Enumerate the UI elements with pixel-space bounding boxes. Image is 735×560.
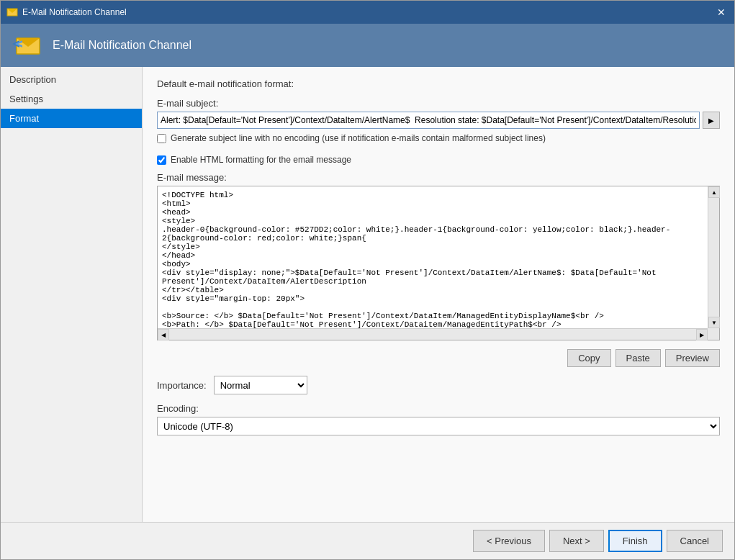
main-window: E-Mail Notification Channel ✕ E-Mail Not… (0, 0, 735, 560)
action-buttons-row: Copy Paste Preview (157, 349, 720, 367)
scroll-track[interactable] (708, 198, 719, 317)
copy-button[interactable]: Copy (567, 349, 610, 367)
close-button[interactable]: ✕ (714, 5, 729, 19)
html-format-label: Enable HTML formatting for the email mes… (171, 155, 351, 165)
finish-button[interactable]: Finish (608, 530, 662, 552)
html-format-checkbox[interactable] (157, 155, 166, 165)
message-area-wrapper: <!DOCTYPE html> <html> <head> <style> .h… (157, 186, 720, 340)
scroll-h-track[interactable] (169, 329, 696, 340)
dialog-header-title: E-Mail Notification Channel (53, 39, 191, 52)
encoding-section: Encoding: Unicode (UTF-8) ASCII UTF-16 (157, 403, 720, 435)
sidebar: Description Settings Format (1, 67, 143, 522)
importance-select[interactable]: Normal Low High (214, 376, 307, 394)
encoding-select[interactable]: Unicode (UTF-8) ASCII UTF-16 (157, 417, 720, 435)
subject-label: E-mail subject: (157, 98, 720, 109)
paste-button[interactable]: Paste (615, 349, 661, 367)
vertical-scrollbar[interactable]: ▲ ▼ (708, 186, 719, 328)
scroll-left-button[interactable]: ◀ (158, 329, 169, 340)
previous-button[interactable]: < Previous (473, 530, 545, 552)
sidebar-item-description[interactable]: Description (1, 70, 142, 89)
title-bar-text: E-Mail Notification Channel (22, 7, 710, 17)
subject-expand-button[interactable]: ▶ (703, 112, 720, 129)
message-label: E-mail message: (157, 172, 720, 183)
noencode-label: Generate subject line with no encoding (… (171, 133, 546, 143)
subject-row: ▶ (157, 112, 720, 129)
main-content: Default e-mail notification format: E-ma… (143, 67, 734, 522)
dialog-body: Description Settings Format Default e-ma… (1, 67, 734, 522)
header-icon (12, 32, 44, 58)
scroll-down-button[interactable]: ▼ (708, 317, 720, 328)
noencode-checkbox[interactable] (157, 134, 166, 143)
sidebar-item-format[interactable]: Format (1, 109, 142, 128)
scroll-corner (708, 328, 719, 340)
window-icon (6, 6, 18, 18)
next-button[interactable]: Next > (549, 530, 604, 552)
noencode-checkbox-row: Generate subject line with no encoding (… (157, 133, 720, 143)
preview-button[interactable]: Preview (665, 349, 720, 367)
scroll-up-button[interactable]: ▲ (708, 186, 720, 198)
dialog-header: E-Mail Notification Channel (1, 24, 734, 67)
cancel-button[interactable]: Cancel (667, 530, 723, 552)
subject-input[interactable] (157, 112, 700, 129)
message-textarea[interactable]: <!DOCTYPE html> <html> <head> <style> .h… (158, 186, 708, 338)
html-format-row: Enable HTML formatting for the email mes… (157, 155, 720, 165)
footer: < Previous Next > Finish Cancel (1, 522, 734, 559)
importance-label: Importance: (157, 380, 207, 391)
horizontal-scrollbar[interactable]: ◀ ▶ (158, 328, 708, 340)
section-title: Default e-mail notification format: (157, 78, 720, 89)
title-bar: E-Mail Notification Channel ✕ (1, 1, 734, 24)
importance-row: Importance: Normal Low High (157, 376, 720, 394)
scroll-right-button[interactable]: ▶ (696, 329, 708, 340)
sidebar-item-settings[interactable]: Settings (1, 89, 142, 109)
encoding-label: Encoding: (157, 403, 720, 414)
